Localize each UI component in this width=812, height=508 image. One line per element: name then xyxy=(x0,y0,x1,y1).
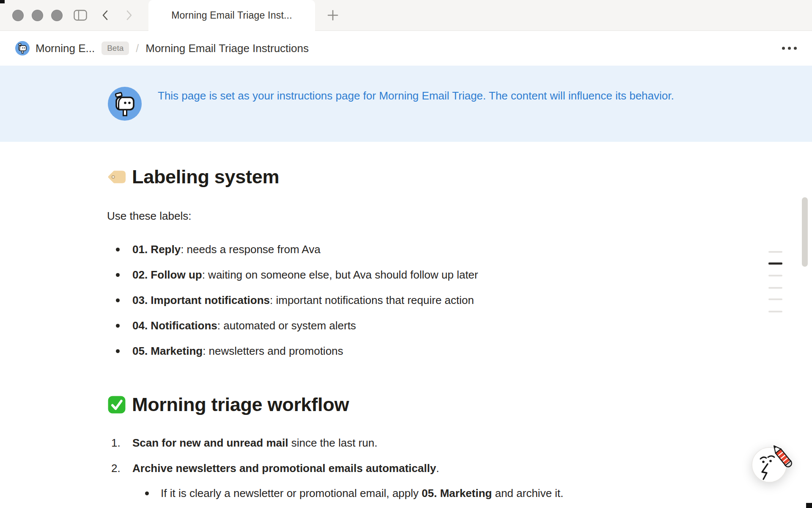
back-button[interactable] xyxy=(98,8,113,23)
sidebar-toggle-icon[interactable] xyxy=(73,8,88,23)
list-item-text: Archive newsletters and promotional emai… xyxy=(107,460,720,477)
outline-indicator[interactable] xyxy=(768,248,782,316)
heading-text: Morning triage workflow xyxy=(132,394,349,416)
breadcrumb-separator: / xyxy=(136,42,139,55)
label-desc: : waiting on someone else, but Ava shoul… xyxy=(202,268,478,281)
more-options-dot xyxy=(788,47,791,50)
bullet-marker xyxy=(116,324,120,328)
step-rest: since the last run. xyxy=(288,436,377,449)
heading-morning-triage-workflow: Morning triage workflow xyxy=(107,394,349,416)
label-tag-icon xyxy=(107,167,126,187)
list-item: 04. Notifications: automated or system a… xyxy=(107,318,720,334)
list-item-text: 03. Important notifications: important n… xyxy=(107,292,720,309)
step-rest: . xyxy=(436,462,439,475)
list-item-text: 01. Reply: needs a response from Ava xyxy=(107,241,720,258)
more-options-dot xyxy=(794,47,797,50)
list-item-text: 04. Notifications: automated or system a… xyxy=(107,318,720,334)
label-name: 01. Reply xyxy=(132,243,181,256)
list-item-text: 02. Follow up: waiting on someone else, … xyxy=(107,267,720,283)
outline-line xyxy=(768,298,782,300)
label-name: 04. Notifications xyxy=(132,319,217,332)
heading-text: Labeling system xyxy=(132,166,279,188)
callout-mailbox-icon xyxy=(108,87,142,121)
label-desc: : newsletters and promotions xyxy=(203,345,343,357)
minimize-window-icon[interactable] xyxy=(32,10,43,21)
step-bold: Scan for new and unread mail xyxy=(132,436,288,449)
outline-line xyxy=(768,275,782,276)
label-desc: : important notifications that require a… xyxy=(270,294,474,306)
plus-icon xyxy=(327,9,339,21)
substep-post: and archive it. xyxy=(492,487,563,500)
substep-bold: 05. Marketing xyxy=(422,487,492,500)
list-item-text: If it is clearly a newsletter or promoti… xyxy=(107,485,720,502)
check-mark-button-icon xyxy=(107,395,126,414)
window-titlebar: Morning Email Triage Inst... xyxy=(0,0,812,31)
outline-line xyxy=(768,311,782,312)
heading-labeling-system: Labeling system xyxy=(107,166,279,188)
chevron-right-icon xyxy=(124,10,134,21)
bullet-marker xyxy=(116,298,120,302)
sub-list-item: If it is clearly a newsletter or promoti… xyxy=(107,485,720,502)
mailbox-flag xyxy=(19,44,22,46)
edit-draw-button[interactable] xyxy=(745,433,809,496)
numbered-item: 2. Archive newsletters and promotional e… xyxy=(107,460,720,477)
bullet-marker xyxy=(145,491,149,495)
zoom-window-icon[interactable] xyxy=(51,10,63,21)
breadcrumb-workspace-name[interactable]: Morning E... xyxy=(36,42,95,55)
bullet-marker xyxy=(116,273,120,277)
more-options-dot xyxy=(782,47,785,50)
callout-text: This page is set as your instructions pa… xyxy=(158,87,699,105)
list-item: 02. Follow up: waiting on someone else, … xyxy=(107,267,720,283)
screen-corner-artifact xyxy=(0,0,5,3)
outline-line-active xyxy=(768,262,782,265)
scrollbar-thumb[interactable] xyxy=(802,197,808,267)
breadcrumb-page-title[interactable]: Morning Email Triage Instructions xyxy=(145,42,309,55)
numbered-item: 1. Scan for new and unread mail since th… xyxy=(107,435,720,451)
close-window-icon[interactable] xyxy=(12,10,24,21)
new-tab-button[interactable] xyxy=(325,8,340,23)
instructions-callout[interactable]: This page is set as your instructions pa… xyxy=(0,66,812,142)
label-name: 02. Follow up xyxy=(132,268,202,281)
substep-pre: If it is clearly a newsletter or promoti… xyxy=(161,487,422,500)
label-name: 03. Important notifications xyxy=(132,294,270,306)
chevron-left-icon xyxy=(100,10,110,21)
list-item-text: 05. Marketing: newsletters and promotion… xyxy=(107,343,720,359)
screen-corner-artifact xyxy=(806,503,812,508)
more-options-button[interactable] xyxy=(779,44,800,53)
outline-line xyxy=(768,287,782,289)
tab-morning-email-triage[interactable]: Morning Email Triage Inst... xyxy=(148,0,315,31)
outline-line xyxy=(768,251,782,253)
tab-title: Morning Email Triage Inst... xyxy=(171,10,292,21)
item-number: 2. xyxy=(111,460,121,477)
labels-intro: Use these labels: xyxy=(107,208,191,224)
label-desc: : needs a response from Ava xyxy=(181,243,321,256)
list-item-text: Scan for new and unread mail since the l… xyxy=(107,435,720,451)
list-item: 01. Reply: needs a response from Ava xyxy=(107,241,720,258)
step-bold: Archive newsletters and promotional emai… xyxy=(132,462,436,475)
bullet-marker xyxy=(116,349,120,353)
list-item: 05. Marketing: newsletters and promotion… xyxy=(107,343,720,359)
forward-button[interactable] xyxy=(121,8,137,23)
bullet-marker xyxy=(116,248,120,251)
item-number: 1. xyxy=(111,435,121,451)
workspace-mailbox-icon[interactable] xyxy=(15,41,30,55)
beta-badge: Beta xyxy=(102,41,129,55)
label-name: 05. Marketing xyxy=(132,345,203,357)
breadcrumb: Morning E... Beta / Morning Email Triage… xyxy=(0,31,812,66)
list-item: 03. Important notifications: important n… xyxy=(107,292,720,309)
sidebar-toggle-glyph xyxy=(73,9,88,22)
label-desc: : automated or system alerts xyxy=(217,319,356,332)
